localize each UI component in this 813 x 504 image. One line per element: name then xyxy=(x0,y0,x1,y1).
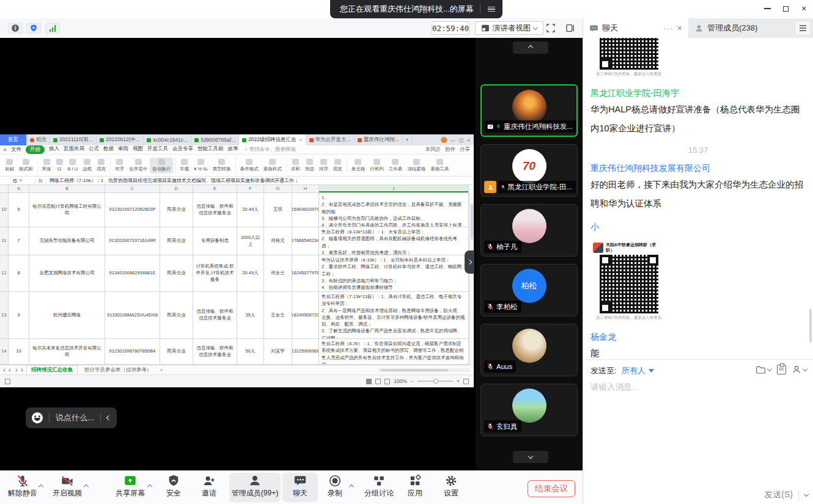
security-shield-icon xyxy=(159,473,188,488)
wps-ribbon: 粘贴格式刷宋体11B I U边框填充对齐合并居中自动换行常规¥ % ‰类型转换条… xyxy=(0,155,474,177)
participant-thumbnail[interactable]: 柚子凡 xyxy=(480,204,578,257)
record-icon xyxy=(320,473,350,488)
ribbon-button-icon xyxy=(269,159,276,165)
folder-icon xyxy=(756,365,766,374)
table-cell: 9 xyxy=(9,292,29,339)
message-image-qr[interactable]: 该二维码7天内有效，重新进入将更新 xyxy=(590,38,667,79)
close-chat-icon[interactable]: × xyxy=(677,23,682,33)
column-header: A xyxy=(9,185,29,193)
breakout-icon xyxy=(361,473,397,488)
fullscreen-button[interactable] xyxy=(546,23,556,35)
table-cell: 15904810979 xyxy=(292,193,319,227)
toolbar-item-invite[interactable]: 邀请 xyxy=(193,473,225,499)
ribbon-button: 自动换行 xyxy=(150,158,173,173)
thumbnail-collapse-handle[interactable] xyxy=(465,250,474,274)
meeting-toolbar: 解除静音开启视频共享屏幕安全邀请管理成员(99+)聊天录制分组讨论应用设置 结束… xyxy=(0,470,583,504)
member-person-icon xyxy=(694,24,704,33)
participant-thumbnail[interactable]: 玄归真 xyxy=(480,384,578,436)
grid-horizontal-scrollbar xyxy=(378,368,470,372)
more-options-icon[interactable]: ··· xyxy=(664,24,674,33)
ribbon-button-label: 单元格 xyxy=(351,166,366,172)
ribbon-button-icon xyxy=(392,159,399,165)
message-timestamp: 15:37 xyxy=(590,145,806,155)
meeting-info-button[interactable]: i xyxy=(8,23,23,34)
ribbon-button-label: 表格工具 xyxy=(430,166,449,172)
row-header: 11 xyxy=(0,227,9,255)
toolbar-item-mic-muted[interactable]: 解除静音 xyxy=(4,473,42,499)
minimize-button[interactable] xyxy=(758,0,776,17)
ribbon-button-label: 自动换行 xyxy=(152,166,171,172)
send-to-dropdown[interactable]: 所有人 xyxy=(622,365,654,376)
ribbon-button-icon xyxy=(84,159,90,165)
end-meeting-button[interactable]: 结束会议 xyxy=(528,480,575,497)
participant-thumbnail[interactable]: 70黑龙江职业学院-田... xyxy=(480,144,578,197)
caption-input[interactable]: 说点什么... xyxy=(56,412,94,423)
chevron-up-icon xyxy=(39,484,43,489)
message-image-qr[interactable]: 天阳&中软睿达招聘群（求职）该二维码7天内有效，重新进入将更新 xyxy=(590,240,667,323)
maximize-button[interactable] xyxy=(776,0,795,17)
watching-banner[interactable]: 您正在观看重庆伟仕鸿翔科技...的屏幕 xyxy=(330,0,502,18)
network-signal-button[interactable] xyxy=(45,23,60,34)
encryption-shield-button[interactable] xyxy=(26,23,41,34)
toolbar-item-breakout[interactable]: 分组讨论 xyxy=(361,473,397,499)
send-options-icon[interactable] xyxy=(804,491,809,496)
table-cell: 王女士 xyxy=(264,292,292,339)
toolbar-expand-chevron[interactable] xyxy=(39,480,43,491)
wps-action: 分享 xyxy=(460,146,470,153)
ribbon-button-label: 求和 xyxy=(291,166,300,172)
participant-thumbnail[interactable]: 柏松李柏松 xyxy=(480,264,578,316)
collapse-left-icon[interactable] xyxy=(106,415,111,420)
participant-thumbnail[interactable]: 重庆伟仕鸿翔科技发... xyxy=(480,84,578,137)
maximize-icon xyxy=(783,6,789,12)
toolbar-item-share-screen[interactable]: 共享屏幕 xyxy=(111,473,149,499)
column-header: E xyxy=(193,185,237,193)
ribbon-separator xyxy=(235,158,236,173)
table-cell: 91340100662934881E xyxy=(105,255,160,292)
participant-badge: Auus xyxy=(484,360,516,373)
tab-members[interactable]: 管理成员(238) xyxy=(688,18,793,38)
scroll-up-button[interactable] xyxy=(513,42,548,54)
emoji-icon[interactable] xyxy=(32,412,43,423)
participant-thumbnail[interactable]: Auus xyxy=(480,324,578,376)
send-button[interactable]: 发送(S) xyxy=(764,489,793,500)
table-cell: 91230199712052603P xyxy=(105,193,160,227)
view-break-icon xyxy=(384,379,390,384)
toolbar-item-security-shield[interactable]: 安全 xyxy=(159,473,188,499)
toolbar-item-record[interactable]: 录制 xyxy=(320,473,350,499)
scroll-down-button[interactable] xyxy=(513,451,548,463)
ribbon-button-label: 工作表 xyxy=(389,166,403,172)
toolbar-item-camera-off[interactable]: 开启视频 xyxy=(48,473,87,499)
wps-doc-tab: 5d9008785af... xyxy=(191,134,239,145)
file-attach-button[interactable] xyxy=(756,365,771,374)
mic-muted-icon xyxy=(487,243,494,250)
announcement-button[interactable] xyxy=(777,365,786,374)
toolbar-item-apps[interactable]: 应用 xyxy=(401,473,429,499)
toolbar-item-settings-gear[interactable]: 设置 xyxy=(436,473,466,499)
toolbar-item-chat-bubble[interactable]: 聊天 xyxy=(282,473,318,502)
mention-member-button[interactable] xyxy=(792,365,807,374)
doc-icon xyxy=(358,138,362,142)
qr-group-title: 天阳&中软睿达招聘群（求职） xyxy=(606,243,664,253)
banner-menu-icon[interactable] xyxy=(487,5,496,13)
chevron-down-icon xyxy=(803,366,807,371)
toolbar-expand-chevron[interactable] xyxy=(84,480,88,491)
toolbar-expand-chevron[interactable] xyxy=(350,480,353,491)
caption-bar: 说点什么... xyxy=(26,407,117,428)
table-cell: 1、 2、有坚定地完成自己承担技术主管的信念，且具备百折不挠、克服困难的能 3、… xyxy=(319,193,469,227)
ribbon-button: 填充 xyxy=(94,159,108,172)
toolbar-item-members[interactable]: 管理成员(99+) xyxy=(229,473,281,502)
members-icon xyxy=(229,473,281,488)
chat-scrollbar[interactable] xyxy=(809,309,812,343)
mic-muted-icon xyxy=(487,423,494,430)
ribbon-button: 合并居中 xyxy=(127,159,150,172)
message-input[interactable]: 请输入消息... xyxy=(590,382,639,393)
panel-toggle-button[interactable] xyxy=(565,23,575,35)
close-button[interactable]: × xyxy=(795,0,813,17)
toolbar-expand-chevron[interactable] xyxy=(148,480,152,491)
ribbon-button-icon xyxy=(158,159,165,165)
ribbon-button-icon xyxy=(334,159,341,165)
tab-chat[interactable]: 聊天 ··· × xyxy=(583,18,688,38)
panel-menu-button[interactable] xyxy=(795,21,811,35)
ribbon-button: 宋体 xyxy=(40,159,54,172)
view-mode-button[interactable]: 演讲者视图 xyxy=(475,21,543,35)
